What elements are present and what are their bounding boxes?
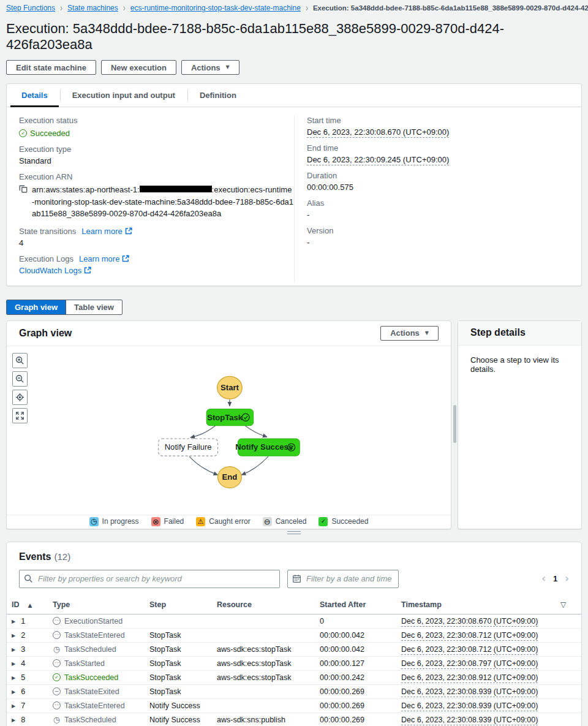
external-link-icon — [84, 267, 91, 274]
state-transitions-value: 4 — [19, 238, 294, 248]
column-header-id[interactable]: ID▲ — [7, 596, 48, 614]
breadcrumb-state-machines[interactable]: State machines — [67, 4, 118, 12]
breadcrumb-step-functions[interactable]: Step Functions — [6, 4, 55, 12]
page: Step Functions › State machines › ecs-ru… — [0, 0, 588, 726]
page-number[interactable]: 1 — [553, 574, 557, 583]
graph-node-end[interactable]: End — [218, 466, 242, 488]
breadcrumb-state-machine-name[interactable]: ecs-runtime-monitoring-stop-task-dev-sta… — [130, 4, 301, 12]
check-circle-icon: ✓ — [19, 129, 27, 137]
events-search-input[interactable] — [19, 570, 280, 588]
graph-node-start[interactable]: Start — [217, 376, 243, 399]
event-row[interactable]: ▶4 TaskStarted StopTask aws-sdk:ecs:stop… — [7, 656, 581, 670]
end-time-label: End time — [307, 143, 569, 153]
expand-row-caret-icon[interactable]: ▶ — [12, 689, 15, 695]
actions-dropdown-button[interactable]: Actions ▼ — [181, 60, 239, 75]
expand-row-caret-icon[interactable]: ▶ — [12, 647, 15, 652]
edit-state-machine-button[interactable]: Edit state machine — [6, 60, 96, 75]
event-step: StopTask — [145, 628, 212, 642]
event-status-icon — [53, 631, 61, 639]
event-id: 6 — [21, 687, 25, 696]
event-timestamp[interactable]: Dec 6, 2023, 22:30:08.712 (UTC+09:00) — [401, 645, 538, 655]
state-transitions-learn-more-link[interactable]: Learn more — [81, 227, 132, 236]
events-table-body: ▶1 ExecutionStarted 0 Dec 6, 2023, 22:30… — [7, 614, 581, 726]
event-id: 8 — [21, 716, 25, 724]
end-time-value[interactable]: Dec 6, 2023, 22:30:09.245 (UTC+09:00) — [307, 155, 449, 165]
event-id: 3 — [21, 645, 25, 654]
graph-actions-dropdown-button[interactable]: Actions ▼ — [380, 326, 439, 341]
column-header-resource: Resource — [212, 596, 315, 614]
event-type: TaskScheduled — [64, 645, 116, 654]
legend-succeeded: Succeeded — [318, 517, 368, 526]
event-timestamp[interactable]: Dec 6, 2023, 22:30:08.912 (UTC+09:00) — [401, 673, 538, 683]
svg-text:End: End — [222, 472, 238, 482]
execution-type-value: Standard — [19, 156, 294, 165]
execution-type-label: Execution type — [19, 145, 294, 154]
new-execution-button[interactable]: New execution — [101, 60, 176, 75]
expand-row-caret-icon[interactable]: ▶ — [12, 717, 15, 723]
legend-label: Caught error — [209, 517, 250, 526]
event-timestamp[interactable]: Dec 6, 2023, 22:30:08.670 (UTC+09:00) — [401, 617, 538, 627]
start-time-label: Start time — [307, 116, 569, 125]
redacted-account-id — [140, 186, 212, 192]
next-page-button[interactable]: › — [565, 573, 569, 584]
event-timestamp[interactable]: Dec 6, 2023, 22:30:08.939 (UTC+09:00) — [401, 716, 538, 725]
edge-stoptask-notify-success — [245, 425, 267, 436]
version-value: - — [307, 238, 569, 247]
event-id: 5 — [21, 673, 25, 682]
step-details-empty-message: Choose a step to view its details. — [458, 346, 581, 384]
event-resource: aws-sdk:sns:publish — [212, 713, 315, 726]
chevron-right-icon: › — [123, 2, 126, 13]
event-row[interactable]: ▶8 TaskScheduled Notify Success aws-sdk:… — [7, 713, 581, 726]
search-icon — [24, 574, 33, 585]
header-actions: Edit state machine New execution Actions… — [6, 60, 582, 75]
cloudwatch-logs-link[interactable]: CloudWatch Logs — [19, 266, 91, 275]
event-resource — [212, 628, 315, 642]
execution-logs-label: Execution Logs — [19, 254, 74, 263]
date-range-filter-input[interactable] — [287, 570, 399, 588]
event-started-after: 00:00:00.042 — [315, 642, 396, 656]
event-resource: aws-sdk:ecs:stopTask — [212, 670, 315, 684]
event-row[interactable]: ▶6 TaskStateExited StopTask 00:00:00.269… — [7, 684, 581, 698]
event-timestamp[interactable]: Dec 6, 2023, 22:30:08.712 (UTC+09:00) — [401, 631, 538, 641]
event-timestamp[interactable]: Dec 6, 2023, 22:30:08.797 (UTC+09:00) — [401, 659, 538, 669]
event-row[interactable]: ▶1 ExecutionStarted 0 Dec 6, 2023, 22:30… — [7, 614, 581, 628]
start-time-value[interactable]: Dec 6, 2023, 22:30:08.670 (UTC+09:00) — [307, 127, 449, 138]
alias-value: - — [307, 210, 569, 219]
graph-node-notify-failure[interactable]: Notify Failure — [159, 439, 218, 456]
event-timestamp[interactable]: Dec 6, 2023, 22:30:08.939 (UTC+09:00) — [401, 701, 538, 711]
page-title: Execution: 5a348ddd-bdee-7188-b85c-6da1a… — [6, 21, 582, 53]
sort-ascending-icon[interactable]: ▲ — [28, 602, 32, 608]
expand-row-caret-icon[interactable]: ▶ — [12, 661, 15, 667]
graph-view-toggle[interactable]: Graph view — [7, 300, 66, 314]
expand-row-caret-icon[interactable]: ▶ — [12, 675, 15, 681]
event-row[interactable]: ▶2 TaskStateEntered StopTask 00:00:00.04… — [7, 628, 581, 642]
tab-definition[interactable]: Definition — [187, 84, 249, 107]
tab-details[interactable]: Details — [9, 84, 60, 107]
graph-node-stoptask[interactable]: StopTask — [206, 409, 253, 425]
event-resource — [212, 614, 315, 628]
tab-execution-input-output[interactable]: Execution input and output — [60, 84, 187, 107]
expand-row-caret-icon[interactable]: ▶ — [12, 633, 15, 638]
event-step: StopTask — [145, 684, 212, 698]
execution-arn-value: arn:aws:states:ap-northeast-1::execution… — [32, 184, 294, 220]
column-filter-icon[interactable]: ▽ — [560, 600, 566, 609]
copy-icon[interactable] — [19, 184, 28, 195]
event-row[interactable]: ▶3 TaskScheduled StopTask aws-sdk:ecs:st… — [7, 642, 581, 656]
previous-page-button[interactable]: ‹ — [541, 573, 546, 584]
expand-row-caret-icon[interactable]: ▶ — [12, 703, 15, 709]
actions-dropdown-label: Actions — [191, 63, 221, 72]
event-row[interactable]: ▶5 TaskSucceeded StopTask aws-sdk:ecs:st… — [7, 670, 581, 684]
calendar-icon — [292, 574, 301, 585]
expand-row-caret-icon[interactable]: ▶ — [12, 619, 15, 624]
vertical-scrollbar-thumb[interactable] — [453, 405, 456, 443]
event-timestamp[interactable]: Dec 6, 2023, 22:30:08.939 (UTC+09:00) — [401, 687, 538, 697]
table-view-toggle[interactable]: Table view — [66, 300, 122, 314]
splitter-drag-handle[interactable] — [287, 531, 301, 534]
graph-node-notify-success[interactable]: Notify Success — [235, 439, 300, 456]
event-started-after: 00:00:00.269 — [315, 684, 396, 698]
execution-logs-learn-more-link[interactable]: Learn more — [79, 254, 129, 263]
graph-canvas[interactable]: Start StopTask Notify Fail — [7, 346, 451, 515]
event-id: 1 — [21, 617, 25, 626]
event-row[interactable]: ▶7 TaskStateEntered Notify Success 00:00… — [7, 698, 581, 713]
event-type: TaskStateExited — [64, 687, 119, 696]
